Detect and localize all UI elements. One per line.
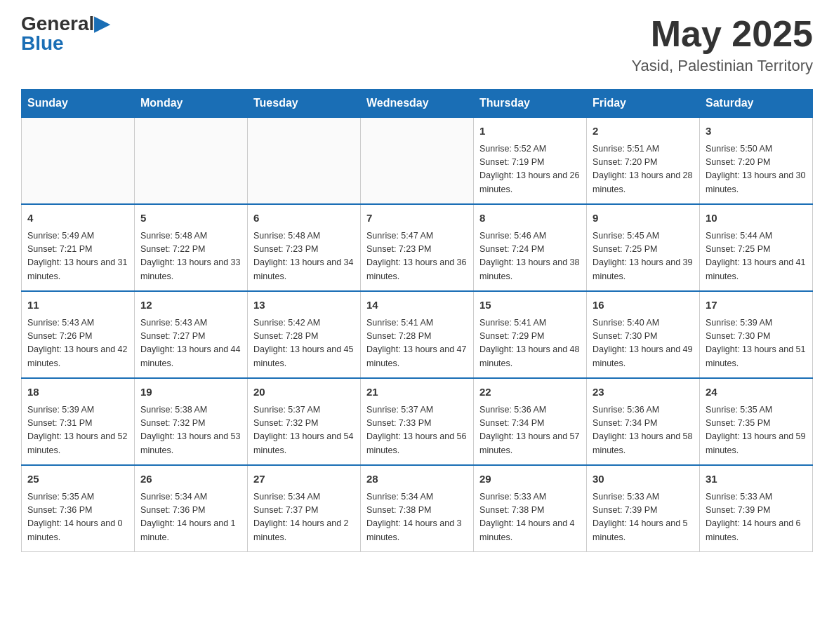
calendar-cell: 31Sunrise: 5:33 AMSunset: 7:39 PMDayligh…	[700, 465, 813, 552]
page-header: General▶ Blue May 2025 Yasid, Palestinia…	[21, 14, 813, 75]
calendar-cell: 24Sunrise: 5:35 AMSunset: 7:35 PMDayligh…	[700, 378, 813, 465]
day-number: 18	[27, 384, 128, 401]
day-number: 19	[140, 384, 241, 401]
day-number: 10	[706, 210, 807, 227]
calendar-cell: 7Sunrise: 5:47 AMSunset: 7:23 PMDaylight…	[361, 204, 474, 291]
day-number: 5	[140, 210, 241, 227]
calendar-cell: 30Sunrise: 5:33 AMSunset: 7:39 PMDayligh…	[587, 465, 700, 552]
day-number: 21	[366, 384, 468, 401]
col-saturday: Saturday	[700, 90, 813, 118]
day-info: Sunrise: 5:34 AMSunset: 7:36 PMDaylight:…	[140, 490, 241, 545]
day-number: 11	[27, 297, 128, 314]
calendar-cell	[361, 117, 474, 204]
day-info: Sunrise: 5:37 AMSunset: 7:33 PMDaylight:…	[366, 403, 468, 458]
day-info: Sunrise: 5:35 AMSunset: 7:35 PMDaylight:…	[706, 403, 807, 458]
day-number: 16	[593, 297, 694, 314]
day-number: 31	[706, 471, 807, 488]
calendar-header-row: Sunday Monday Tuesday Wednesday Thursday…	[22, 90, 813, 118]
day-info: Sunrise: 5:36 AMSunset: 7:34 PMDaylight:…	[593, 403, 694, 458]
calendar-cell: 8Sunrise: 5:46 AMSunset: 7:24 PMDaylight…	[474, 204, 587, 291]
day-info: Sunrise: 5:50 AMSunset: 7:20 PMDaylight:…	[706, 142, 807, 197]
day-number: 20	[253, 384, 355, 401]
day-number: 29	[479, 471, 581, 488]
day-info: Sunrise: 5:48 AMSunset: 7:23 PMDaylight:…	[253, 229, 355, 284]
calendar-cell: 29Sunrise: 5:33 AMSunset: 7:38 PMDayligh…	[474, 465, 587, 552]
logo: General▶ Blue	[21, 14, 110, 53]
day-info: Sunrise: 5:43 AMSunset: 7:26 PMDaylight:…	[27, 316, 128, 371]
day-info: Sunrise: 5:52 AMSunset: 7:19 PMDaylight:…	[479, 142, 581, 197]
calendar-cell: 13Sunrise: 5:42 AMSunset: 7:28 PMDayligh…	[248, 291, 361, 378]
col-tuesday: Tuesday	[248, 90, 361, 118]
calendar-cell: 10Sunrise: 5:44 AMSunset: 7:25 PMDayligh…	[700, 204, 813, 291]
day-number: 22	[479, 384, 581, 401]
calendar-cell: 1Sunrise: 5:52 AMSunset: 7:19 PMDaylight…	[474, 117, 587, 204]
calendar-cell: 16Sunrise: 5:40 AMSunset: 7:30 PMDayligh…	[587, 291, 700, 378]
calendar-cell: 15Sunrise: 5:41 AMSunset: 7:29 PMDayligh…	[474, 291, 587, 378]
day-info: Sunrise: 5:40 AMSunset: 7:30 PMDaylight:…	[593, 316, 694, 371]
calendar-cell: 6Sunrise: 5:48 AMSunset: 7:23 PMDaylight…	[248, 204, 361, 291]
logo-blue-text: Blue	[21, 34, 64, 53]
calendar-table: Sunday Monday Tuesday Wednesday Thursday…	[21, 89, 813, 552]
day-info: Sunrise: 5:45 AMSunset: 7:25 PMDaylight:…	[593, 229, 694, 284]
day-info: Sunrise: 5:39 AMSunset: 7:30 PMDaylight:…	[706, 316, 807, 371]
day-info: Sunrise: 5:47 AMSunset: 7:23 PMDaylight:…	[366, 229, 468, 284]
calendar-cell: 20Sunrise: 5:37 AMSunset: 7:32 PMDayligh…	[248, 378, 361, 465]
day-info: Sunrise: 5:37 AMSunset: 7:32 PMDaylight:…	[253, 403, 355, 458]
day-number: 12	[140, 297, 241, 314]
day-info: Sunrise: 5:43 AMSunset: 7:27 PMDaylight:…	[140, 316, 241, 371]
calendar-cell: 21Sunrise: 5:37 AMSunset: 7:33 PMDayligh…	[361, 378, 474, 465]
day-number: 1	[479, 123, 581, 140]
calendar-cell: 12Sunrise: 5:43 AMSunset: 7:27 PMDayligh…	[135, 291, 248, 378]
day-info: Sunrise: 5:38 AMSunset: 7:32 PMDaylight:…	[140, 403, 241, 458]
day-info: Sunrise: 5:49 AMSunset: 7:21 PMDaylight:…	[27, 229, 128, 284]
day-info: Sunrise: 5:33 AMSunset: 7:39 PMDaylight:…	[593, 490, 694, 545]
day-number: 3	[706, 123, 807, 140]
day-number: 25	[27, 471, 128, 488]
day-info: Sunrise: 5:34 AMSunset: 7:37 PMDaylight:…	[253, 490, 355, 545]
location-title: Yasid, Palestinian Territory	[632, 57, 813, 75]
day-info: Sunrise: 5:33 AMSunset: 7:38 PMDaylight:…	[479, 490, 581, 545]
calendar-cell	[22, 117, 135, 204]
day-number: 26	[140, 471, 241, 488]
calendar-cell: 5Sunrise: 5:48 AMSunset: 7:22 PMDaylight…	[135, 204, 248, 291]
month-title: May 2025	[632, 14, 813, 54]
logo-general-text: General▶	[21, 14, 110, 34]
calendar-cell: 23Sunrise: 5:36 AMSunset: 7:34 PMDayligh…	[587, 378, 700, 465]
title-block: May 2025 Yasid, Palestinian Territory	[632, 14, 813, 75]
day-number: 4	[27, 210, 128, 227]
day-number: 27	[253, 471, 355, 488]
calendar-cell: 18Sunrise: 5:39 AMSunset: 7:31 PMDayligh…	[22, 378, 135, 465]
calendar-cell: 25Sunrise: 5:35 AMSunset: 7:36 PMDayligh…	[22, 465, 135, 552]
day-info: Sunrise: 5:51 AMSunset: 7:20 PMDaylight:…	[593, 142, 694, 197]
calendar-cell: 14Sunrise: 5:41 AMSunset: 7:28 PMDayligh…	[361, 291, 474, 378]
calendar-cell: 17Sunrise: 5:39 AMSunset: 7:30 PMDayligh…	[700, 291, 813, 378]
day-info: Sunrise: 5:42 AMSunset: 7:28 PMDaylight:…	[253, 316, 355, 371]
calendar-cell: 2Sunrise: 5:51 AMSunset: 7:20 PMDaylight…	[587, 117, 700, 204]
day-number: 14	[366, 297, 468, 314]
calendar-cell: 26Sunrise: 5:34 AMSunset: 7:36 PMDayligh…	[135, 465, 248, 552]
day-number: 28	[366, 471, 468, 488]
calendar-cell: 28Sunrise: 5:34 AMSunset: 7:38 PMDayligh…	[361, 465, 474, 552]
day-number: 2	[593, 123, 694, 140]
day-info: Sunrise: 5:33 AMSunset: 7:39 PMDaylight:…	[706, 490, 807, 545]
day-number: 30	[593, 471, 694, 488]
calendar-week-row-3: 11Sunrise: 5:43 AMSunset: 7:26 PMDayligh…	[22, 291, 813, 378]
calendar-week-row-1: 1Sunrise: 5:52 AMSunset: 7:19 PMDaylight…	[22, 117, 813, 204]
day-info: Sunrise: 5:39 AMSunset: 7:31 PMDaylight:…	[27, 403, 128, 458]
col-friday: Friday	[587, 90, 700, 118]
calendar-cell: 11Sunrise: 5:43 AMSunset: 7:26 PMDayligh…	[22, 291, 135, 378]
day-info: Sunrise: 5:41 AMSunset: 7:29 PMDaylight:…	[479, 316, 581, 371]
calendar-cell: 22Sunrise: 5:36 AMSunset: 7:34 PMDayligh…	[474, 378, 587, 465]
col-monday: Monday	[135, 90, 248, 118]
calendar-cell	[135, 117, 248, 204]
day-number: 24	[706, 384, 807, 401]
day-number: 7	[366, 210, 468, 227]
calendar-week-row-4: 18Sunrise: 5:39 AMSunset: 7:31 PMDayligh…	[22, 378, 813, 465]
calendar-cell: 3Sunrise: 5:50 AMSunset: 7:20 PMDaylight…	[700, 117, 813, 204]
day-info: Sunrise: 5:46 AMSunset: 7:24 PMDaylight:…	[479, 229, 581, 284]
calendar-cell: 9Sunrise: 5:45 AMSunset: 7:25 PMDaylight…	[587, 204, 700, 291]
day-info: Sunrise: 5:35 AMSunset: 7:36 PMDaylight:…	[27, 490, 128, 545]
col-wednesday: Wednesday	[361, 90, 474, 118]
day-info: Sunrise: 5:34 AMSunset: 7:38 PMDaylight:…	[366, 490, 468, 545]
calendar-week-row-2: 4Sunrise: 5:49 AMSunset: 7:21 PMDaylight…	[22, 204, 813, 291]
